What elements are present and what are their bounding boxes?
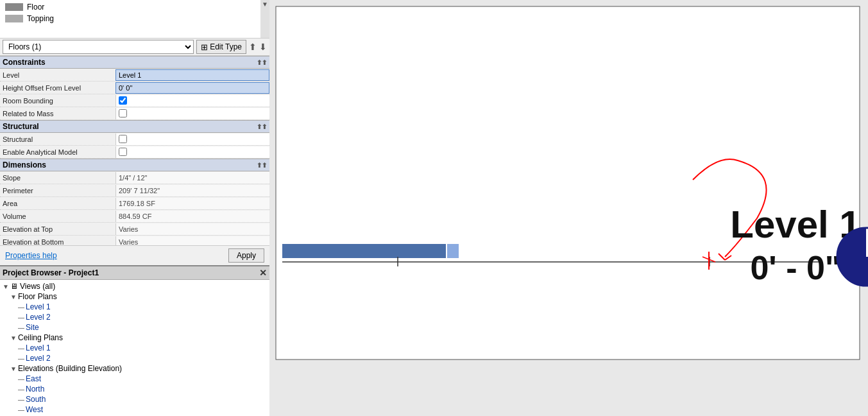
ceiling-level1-label: Level 1 (26, 343, 51, 352)
prop-related-to-mass: Related to Mass (0, 107, 269, 120)
floor-site-label: Site (26, 323, 39, 332)
tree-floor-plans[interactable]: ▼ Floor Plans (0, 291, 269, 302)
related-to-mass-value[interactable] (115, 108, 269, 119)
height-offset-value[interactable]: 0' 0" (115, 82, 269, 94)
tree-ceiling-plans[interactable]: ▼ Ceiling Plans (0, 333, 269, 343)
ceiling-level2-label: Level 2 (26, 354, 51, 363)
tree-elev-south[interactable]: — South (0, 394, 269, 404)
tree-views-all[interactable]: ▼ 🖥 Views (all) (0, 281, 269, 291)
properties-help-link[interactable]: Properties help (5, 251, 57, 260)
ceiling-level2-expand: — (18, 355, 26, 362)
prop-height-offset: Height Offset From Level 0' 0" (0, 82, 269, 94)
apply-button[interactable]: Apply (228, 248, 264, 263)
floor-icon (5, 3, 23, 11)
volume-value: 884.59 CF (115, 211, 269, 222)
constraints-label: Constraints (3, 58, 46, 67)
edit-type-label: Edit Type (210, 42, 242, 51)
viewport-svg: Level 1 0' - 0" (269, 0, 868, 416)
floor-label: Floor (27, 3, 44, 12)
elev-west-expand: — (18, 406, 26, 413)
svg-rect-0 (276, 6, 860, 360)
browser-tree: ▼ 🖥 Views (all) ▼ Floor Plans — Level 1 … (0, 280, 269, 416)
structural-checkbox[interactable] (119, 135, 127, 143)
prop-level: Level Level 1 (0, 69, 269, 82)
room-bounding-label: Room Bounding (0, 96, 115, 105)
elev-south-label: South (26, 395, 46, 404)
properties-panel: Constraints ⬆⬆ Level Level 1 Height Offs… (0, 56, 269, 245)
elev-east-expand: — (18, 376, 26, 383)
bottom-bar: Properties help Apply (0, 245, 269, 265)
ceiling-plans-label: Ceiling Plans (18, 333, 63, 342)
views-all-label: Views (all) (20, 282, 55, 291)
related-to-mass-label: Related to Mass (0, 109, 115, 118)
browser-header: Project Browser - Project1 ✕ (0, 266, 269, 280)
room-bounding-checkbox[interactable] (119, 96, 127, 105)
topping-label: Topping (27, 14, 54, 23)
elev-north-expand: — (18, 386, 26, 393)
elev-south-expand: — (18, 396, 26, 403)
floor-site-expand: — (18, 324, 26, 331)
type-topping[interactable]: Topping (3, 13, 267, 24)
type-scrollbar[interactable]: ▼ (260, 0, 269, 38)
left-panel: Floor Topping ▼ Floors (1) ⊞ Edit Type ⬆… (0, 0, 269, 416)
dimensions-section-header[interactable]: Dimensions ⬆⬆ (0, 159, 269, 171)
tree-elev-north[interactable]: — North (0, 384, 269, 394)
expand-floor-plans-icon: ▼ (10, 293, 18, 300)
elev-north-label: North (26, 385, 44, 394)
elevation-top-label: Elevation at Top (0, 225, 115, 234)
tree-ceiling-level1[interactable]: — Level 1 (0, 343, 269, 353)
expand-views-icon: ▼ (3, 283, 10, 290)
tree-elevations[interactable]: ▼ Elevations (Building Elevation) (0, 363, 269, 374)
constraints-collapse-icon: ⬆⬆ (257, 59, 267, 66)
project-browser: Project Browser - Project1 ✕ ▼ 🖥 Views (… (0, 265, 269, 416)
slope-value: 1/4" / 12" (115, 172, 269, 184)
related-to-mass-checkbox[interactable] (119, 109, 127, 117)
prop-slope: Slope 1/4" / 12" (0, 171, 269, 184)
analytical-model-checkbox[interactable] (119, 148, 127, 156)
tree-floor-level1[interactable]: — Level 1 (0, 302, 269, 312)
browser-title: Project Browser - Project1 (3, 268, 99, 277)
svg-text:0' - 0": 0' - 0" (750, 249, 840, 286)
slope-label: Slope (0, 173, 115, 182)
height-offset-label: Height Offset From Level (0, 83, 115, 92)
analytical-model-value[interactable] (115, 146, 269, 158)
elev-west-label: West (26, 405, 43, 414)
type-floor[interactable]: Floor (3, 1, 267, 13)
constraints-section-header[interactable]: Constraints ⬆⬆ (0, 56, 269, 69)
svg-rect-2 (447, 244, 459, 258)
ceiling-level1-expand: — (18, 345, 26, 352)
tree-floor-site[interactable]: — Site (0, 322, 269, 333)
tree-floor-level2[interactable]: — Level 2 (0, 312, 269, 322)
level-label: Level (0, 71, 115, 80)
tree-elev-east[interactable]: — East (0, 374, 269, 384)
scroll-arrow: ▼ (262, 0, 268, 9)
prop-perimeter: Perimeter 209' 7 11/32" (0, 184, 269, 197)
room-bounding-value[interactable] (115, 95, 269, 107)
topping-icon (5, 15, 23, 22)
floor-level2-expand: — (18, 314, 26, 321)
floor-select[interactable]: Floors (1) (3, 40, 194, 54)
floor-plans-label: Floor Plans (18, 292, 57, 301)
elevation-bottom-value: Varies (115, 236, 269, 246)
browser-close-button[interactable]: ✕ (259, 268, 267, 278)
tree-ceiling-level2[interactable]: — Level 2 (0, 353, 269, 363)
edit-type-button[interactable]: ⊞ Edit Type (196, 40, 246, 54)
floor-level1-expand: — (18, 304, 26, 311)
tree-elev-west[interactable]: — West (0, 404, 269, 415)
elevation-bottom-label: Elevation at Bottom (0, 238, 115, 246)
structural-collapse-icon: ⬆⬆ (257, 123, 267, 130)
main-viewport[interactable]: Level 1 0' - 0" (269, 0, 868, 416)
structural-section-header[interactable]: Structural ⬆⬆ (0, 120, 269, 133)
prop-area: Area 1769.18 SF (0, 197, 269, 210)
elev-east-label: East (26, 374, 41, 383)
elevation-top-value: Varies (115, 223, 269, 235)
dimensions-collapse-icon: ⬆⬆ (257, 162, 267, 169)
level-value[interactable]: Level 1 (115, 69, 269, 81)
structural-prop-value[interactable] (115, 134, 269, 145)
prop-analytical-model: Enable Analytical Model (0, 146, 269, 159)
prop-elevation-top: Elevation at Top Varies (0, 223, 269, 236)
structural-prop-label: Structural (0, 135, 115, 144)
edit-type-icon: ⊞ (201, 42, 208, 52)
views-icon: 🖥 (10, 282, 18, 291)
floor-level1-label: Level 1 (26, 302, 51, 311)
